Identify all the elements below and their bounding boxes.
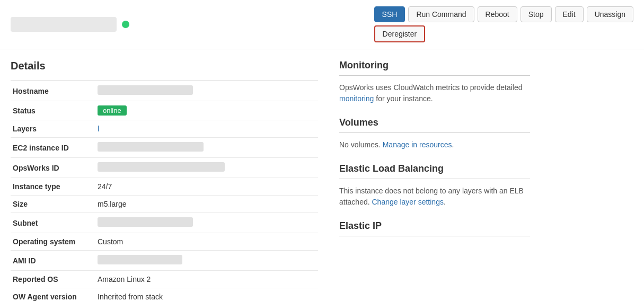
monitoring-link[interactable]: monitoring	[339, 94, 374, 103]
layers-link[interactable]: l	[98, 125, 99, 133]
details-section: Details Hostname Status online	[11, 60, 318, 301]
instance-name-placeholder	[11, 17, 117, 32]
stop-button[interactable]: Stop	[521, 6, 552, 22]
header-buttons-row-2: Deregister	[374, 25, 426, 42]
edit-button[interactable]: Edit	[555, 6, 584, 22]
header-buttons-row-1: SSH Run Command Reboot Stop Edit Unassig…	[374, 6, 633, 22]
field-value-instance-type: 24/7	[95, 178, 318, 196]
field-value-size: m5.large	[95, 196, 318, 213]
field-label-instance-type: Instance type	[11, 178, 95, 196]
table-row: AMI ID	[11, 251, 318, 271]
field-value-hostname	[95, 81, 318, 101]
field-label-status: Status	[11, 101, 95, 120]
field-label-ow-agent-version: OW Agent version	[11, 288, 95, 302]
table-row: Status online	[11, 101, 318, 120]
field-label-hostname: Hostname	[11, 81, 95, 101]
field-value-reported-os: Amazon Linux 2	[95, 271, 318, 288]
right-section: Monitoring OpsWorks uses CloudWatch metr…	[339, 60, 530, 301]
field-value-subnet	[95, 213, 318, 233]
field-label-ec2id: EC2 instance ID	[11, 138, 95, 158]
monitoring-text-after: for your instance.	[374, 94, 433, 103]
elb-title: Elastic Load Balancing	[339, 163, 530, 179]
monitoring-title: Monitoring	[339, 60, 530, 76]
ami-placeholder	[98, 255, 182, 264]
deregister-button[interactable]: Deregister	[374, 25, 426, 42]
field-value-ami	[95, 251, 318, 271]
table-row: Instance type 24/7	[11, 178, 318, 196]
details-table: Hostname Status online Layers l	[11, 81, 318, 301]
field-value-opsworks-id	[95, 158, 318, 178]
table-row: Layers l	[11, 120, 318, 138]
field-label-opsworks-id: OpsWorks ID	[11, 158, 95, 178]
field-value-layers: l	[95, 120, 318, 138]
elb-block: Elastic Load Balancing This instance doe…	[339, 163, 530, 208]
volumes-text-before: No volumes.	[339, 140, 383, 149]
field-label-subnet: Subnet	[11, 213, 95, 233]
field-label-reported-os: Reported OS	[11, 271, 95, 288]
ec2id-placeholder	[98, 142, 204, 152]
elastic-ip-block: Elastic IP	[339, 220, 530, 236]
subnet-placeholder	[98, 217, 193, 227]
monitoring-block: Monitoring OpsWorks uses CloudWatch metr…	[339, 60, 530, 104]
field-value-ec2id	[95, 138, 318, 158]
run-command-button[interactable]: Run Command	[408, 6, 474, 22]
table-row: Size m5.large	[11, 196, 318, 213]
ssh-button[interactable]: SSH	[374, 6, 405, 22]
volumes-block: Volumes No volumes. Manage in resources.	[339, 117, 530, 150]
field-value-status: online	[95, 101, 318, 120]
details-title: Details	[11, 60, 318, 72]
header-buttons-group: SSH Run Command Reboot Stop Edit Unassig…	[374, 6, 633, 42]
table-row: OW Agent version Inherited from stack	[11, 288, 318, 302]
field-label-size: Size	[11, 196, 95, 213]
instance-name-area	[11, 17, 368, 32]
table-row: Hostname	[11, 81, 318, 101]
opsworks-id-placeholder	[98, 162, 225, 172]
status-badge: online	[98, 105, 127, 116]
field-value-ow-agent-version: Inherited from stack	[95, 288, 318, 302]
field-label-os: Operating system	[11, 233, 95, 251]
table-row: Operating system Custom	[11, 233, 318, 251]
reboot-button[interactable]: Reboot	[478, 6, 517, 22]
monitoring-text-before: OpsWorks uses CloudWatch metrics to prov…	[339, 83, 522, 92]
volumes-text-after: .	[452, 140, 454, 149]
table-row: Subnet	[11, 213, 318, 233]
online-status-dot	[122, 21, 129, 28]
main-content: Details Hostname Status online	[0, 49, 644, 301]
unassign-button[interactable]: Unassign	[587, 6, 633, 22]
field-label-layers: Layers	[11, 120, 95, 138]
volumes-description: No volumes. Manage in resources.	[339, 139, 530, 150]
elb-description: This instance does not belong to any lay…	[339, 185, 530, 208]
table-row: OpsWorks ID	[11, 158, 318, 178]
elb-text-after: .	[444, 198, 446, 206]
field-label-ami: AMI ID	[11, 251, 95, 271]
page-header: SSH Run Command Reboot Stop Edit Unassig…	[0, 0, 644, 49]
change-layer-settings-link[interactable]: Change layer settings	[372, 198, 444, 206]
table-row: EC2 instance ID	[11, 138, 318, 158]
volumes-title: Volumes	[339, 117, 530, 133]
manage-resources-link[interactable]: Manage in resources	[383, 140, 452, 149]
elastic-ip-title: Elastic IP	[339, 220, 530, 236]
monitoring-description: OpsWorks uses CloudWatch metrics to prov…	[339, 82, 530, 104]
field-value-os: Custom	[95, 233, 318, 251]
hostname-placeholder	[98, 85, 193, 95]
table-row: Reported OS Amazon Linux 2	[11, 271, 318, 288]
